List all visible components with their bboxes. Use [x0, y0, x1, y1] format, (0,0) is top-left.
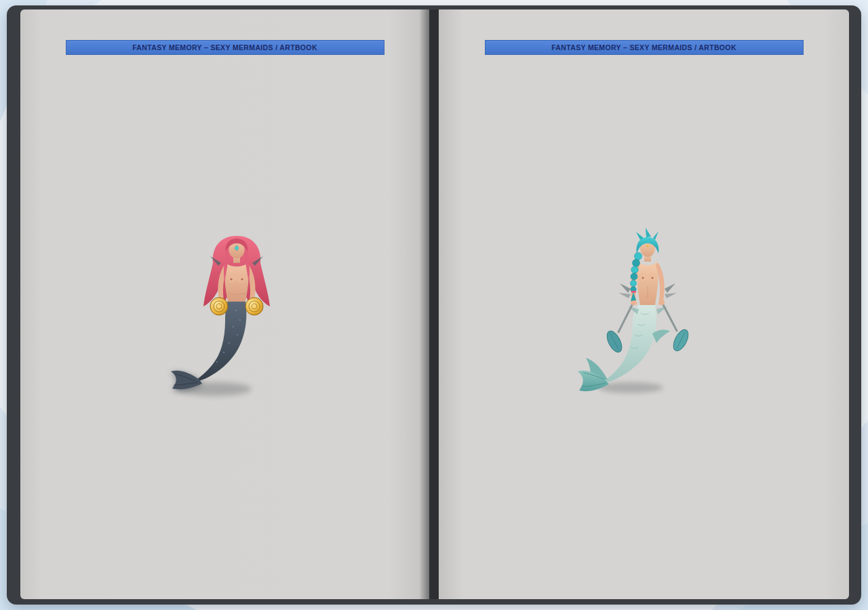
left-page-header-banner: FANTASY MEMORY – SEXY MERMAIDS / ARTBOOK — [66, 40, 384, 55]
right-page-illustration — [576, 218, 719, 408]
left-page-illustration — [165, 218, 308, 408]
artbook-spread: FANTASY MEMORY – SEXY MERMAIDS / ARTBOOK — [7, 5, 861, 605]
left-page-header-text: FANTASY MEMORY – SEXY MERMAIDS / ARTBOOK — [132, 43, 317, 52]
right-page-header-text: FANTASY MEMORY – SEXY MERMAIDS / ARTBOOK — [551, 43, 736, 52]
right-page-header-banner: FANTASY MEMORY – SEXY MERMAIDS / ARTBOOK — [485, 40, 804, 55]
artbook-page-left[interactable]: FANTASY MEMORY – SEXY MERMAIDS / ARTBOOK — [20, 9, 429, 599]
teal-mermaid-illustration — [576, 218, 719, 408]
pink-mermaid-illustration — [165, 218, 308, 408]
artbook-page-right[interactable]: FANTASY MEMORY – SEXY MERMAIDS / ARTBOOK — [439, 9, 849, 599]
